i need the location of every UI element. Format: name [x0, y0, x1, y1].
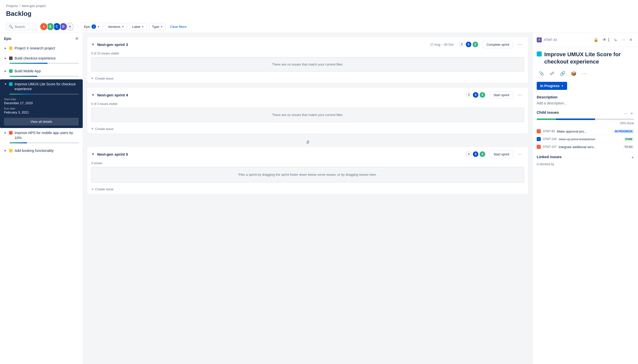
sprint-5-more-button[interactable]: ⋯	[516, 150, 524, 158]
child-issue-text[interactable]: Integrate additional serv...	[559, 145, 621, 149]
close-panel-button[interactable]: ✕	[628, 36, 634, 43]
share-icon-button[interactable]: ↳	[612, 36, 619, 43]
child-issue-actions: ⋯ +	[623, 110, 634, 116]
sidebar-item-epic-2[interactable]: ► Build checkout experience	[0, 53, 83, 67]
child-issue-id: ATMT-95	[543, 130, 555, 133]
epic-color-dot	[9, 82, 13, 86]
description-add[interactable]: Add a description...	[537, 101, 634, 105]
sprint-3-count-blue: 0	[466, 42, 471, 47]
child-add-button[interactable]: +	[630, 110, 634, 116]
sprint-4-create-issue-button[interactable]: + Create issue	[87, 124, 117, 134]
type-filter-button[interactable]: Type ▼	[149, 23, 166, 30]
child-issue-row: ✓ ATMT-106 clear-up price breakdown DONE	[537, 135, 634, 143]
plus-icon: +	[91, 187, 94, 192]
plus-icon: +	[91, 76, 94, 81]
sidebar-item-epic-6[interactable]: ► Add booking functionality	[0, 146, 83, 156]
child-issue-status: IN PROGRESS	[614, 130, 634, 133]
child-issues-title: Child issues	[537, 110, 559, 114]
epic-progress-bar	[10, 63, 79, 64]
link-button[interactable]: 🔗	[558, 69, 567, 78]
sprint-5-plan-text: Plan a sprint by dragging the sprint foo…	[91, 167, 524, 183]
versions-chevron-icon: ▼	[122, 25, 124, 28]
child-issue-row: ! ATMT-95 Make approval pro... IN PROGRE…	[537, 128, 634, 135]
sprint-4-more-button[interactable]: ⋯	[516, 91, 524, 99]
more-tools-button[interactable]: ⋯	[580, 69, 588, 78]
plus-icon: +	[91, 127, 94, 131]
status-button[interactable]: In Progress ▼	[537, 82, 567, 90]
epic-color-dot	[9, 46, 13, 50]
sprint-3-dates: 17 Aug – 30 Oct	[430, 43, 453, 46]
sprint-3-complete-button[interactable]: Complete sprint	[483, 41, 513, 48]
panel-epic-color	[537, 51, 542, 56]
type-filter-label: Type	[152, 25, 159, 29]
type-chevron-icon: ▼	[160, 25, 163, 28]
sprint-4-count-blue: 0	[473, 92, 478, 98]
epic-progress-fill	[10, 76, 37, 77]
sprint-block-4: ▼ Next-gen sprint 4 0 0 0 Start sprint ⋯…	[87, 87, 528, 134]
search-box[interactable]: 🔍	[6, 23, 36, 30]
dropbox-button[interactable]: 📦	[569, 69, 578, 78]
lock-icon-button[interactable]: 🔒	[592, 36, 600, 43]
epic-filter-button[interactable]: Epic 1 ▼	[81, 23, 103, 31]
start-date-label: Start date	[4, 98, 79, 101]
search-input[interactable]	[15, 25, 35, 29]
status-label: In Progress	[540, 84, 560, 88]
sprint-4-count-gray: 0	[466, 92, 472, 98]
child-progress-inprogress	[556, 118, 595, 120]
label-filter-button[interactable]: Label ▼	[129, 23, 147, 30]
sidebar-item-epic-3[interactable]: ► Build Mobile App	[0, 66, 83, 79]
breadcrumb-project[interactable]: Next-gen project	[22, 4, 46, 8]
epic-toggle-icon: ▼	[4, 82, 7, 86]
sprint-4-header: ▼ Next-gen sprint 4 0 0 0 Start sprint ⋯	[87, 88, 528, 102]
child-progress-todo	[595, 118, 634, 120]
panel-title-row: Improve UMUX Lite Score for checkout exp…	[537, 51, 634, 65]
sprint-block-5: ▼ Next-gen sprint 5 0 0 0 Start sprint ⋯…	[87, 147, 528, 194]
child-issues-progress-bar	[537, 118, 634, 120]
child-issue-text[interactable]: Make approval pro...	[557, 130, 611, 133]
clear-filters-button[interactable]: Clear filters	[168, 23, 189, 30]
epic-color-dot	[9, 131, 13, 135]
sprint-3-count-green: 0	[473, 42, 478, 47]
sprint-5-header: ▼ Next-gen sprint 5 0 0 0 Start sprint ⋯	[87, 147, 528, 161]
view-all-details-button[interactable]: View all details	[4, 118, 79, 126]
child-issue-text[interactable]: clear-up price breakdown	[559, 137, 622, 141]
sprint-4-count-green: 0	[480, 92, 485, 98]
sprint-5-start-button[interactable]: Start sprint	[490, 151, 513, 158]
child-issue-row: ! ATMT-107 Integrate additional serv... …	[537, 143, 634, 151]
linked-issues-section: Linked issues + is blocked by	[537, 155, 634, 166]
sprint-3-create-issue-button[interactable]: + Create issue	[87, 74, 117, 83]
sidebar-item-epic-5[interactable]: ► Improve NPS for mobile app users by 10…	[0, 128, 83, 146]
epic-item-label: Add booking functionality	[15, 148, 54, 153]
sprint-5-create-issue-button[interactable]: + Create issue	[87, 185, 117, 194]
watch-icon-button[interactable]: 👁 1	[601, 37, 611, 43]
more-icon-button[interactable]: ⋯	[620, 36, 627, 43]
sprint-4-title: Next-gen sprint 4	[97, 93, 464, 97]
sprint-5-counts: 0 0 0	[466, 151, 485, 157]
sprint-5-count-gray: 0	[466, 151, 472, 157]
epic-color-dot	[9, 69, 13, 73]
attach-button[interactable]: 📎	[537, 69, 546, 78]
add-link-button[interactable]: +	[631, 155, 634, 160]
sprint-3-counts: 0 0 0	[459, 42, 478, 47]
child-issue-button[interactable]: ☍	[548, 69, 556, 78]
epic-progress-bar	[10, 94, 79, 95]
sprint-3-create-issue-label: Create issue	[95, 77, 113, 80]
sprint-3-toggle[interactable]: ▼	[91, 42, 95, 46]
issue-detail-panel: ⚡ ATMT-34 🔒 👁 1 ↳ ⋯ ✕ Improve UMUX Lite …	[532, 33, 638, 364]
sprint-3-more-button[interactable]: ⋯	[516, 41, 524, 48]
sidebar-item-epic-4[interactable]: ▼ Improve UMUX Lite Score for checkout e…	[0, 79, 83, 128]
versions-filter-button[interactable]: Versions ▼	[105, 23, 127, 30]
sprint-separator: ⇵	[87, 138, 528, 147]
child-more-button[interactable]: ⋯	[623, 110, 629, 116]
sidebar-close-button[interactable]: ✕	[75, 36, 79, 41]
avatar[interactable]: A	[40, 23, 48, 31]
sprint-5-create-issue-label: Create issue	[95, 187, 113, 191]
sidebar-item-epic-1[interactable]: ► Project X research project	[0, 43, 83, 53]
panel-id: ATMT-34	[544, 38, 557, 42]
panel-body: Improve UMUX Lite Score for checkout exp…	[533, 47, 638, 170]
sprint-4-start-button[interactable]: Start sprint	[490, 91, 513, 99]
breadcrumb-projects[interactable]: Projects	[6, 4, 18, 8]
sprint-5-toggle[interactable]: ▼	[91, 152, 95, 156]
sprint-3-title: Next-gen sprint 3	[97, 42, 428, 47]
sprint-4-toggle[interactable]: ▼	[91, 93, 95, 97]
